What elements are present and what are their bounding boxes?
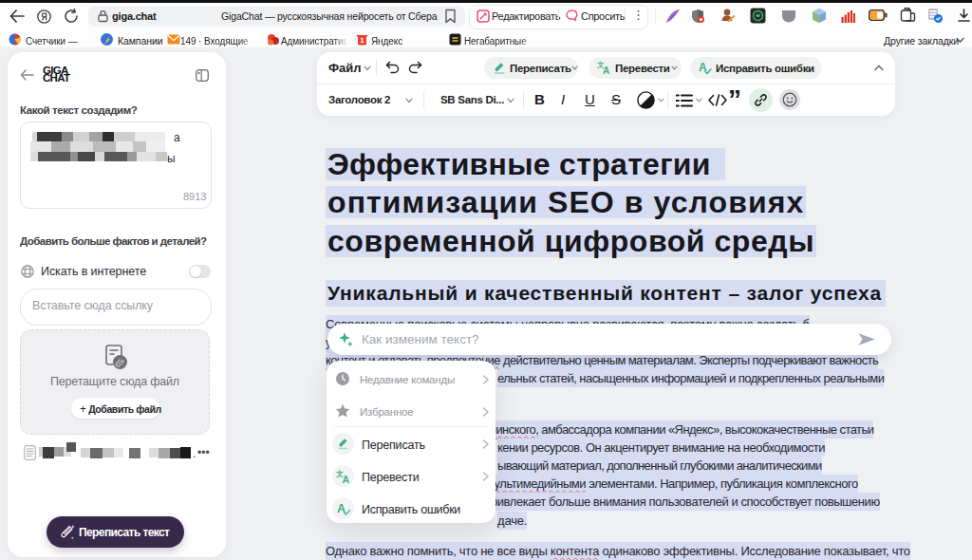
svg-text:A: A bbox=[603, 65, 609, 75]
svg-text:A: A bbox=[343, 474, 350, 484]
svg-text:1: 1 bbox=[360, 36, 364, 45]
